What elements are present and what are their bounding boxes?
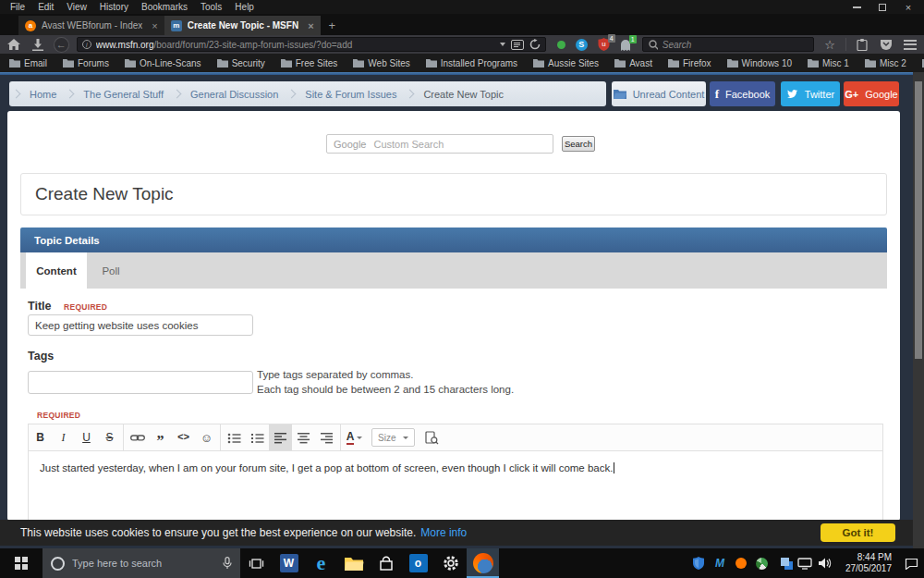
taskbar-search-box[interactable] xyxy=(43,548,240,578)
custom-search-field[interactable]: Google xyxy=(326,134,553,154)
new-tab-button[interactable]: + xyxy=(321,16,345,35)
action-center-button[interactable] xyxy=(904,556,918,571)
back-button[interactable]: ← xyxy=(54,37,69,53)
microphone-icon[interactable] xyxy=(223,557,232,570)
google-button[interactable]: G+ Google xyxy=(844,81,899,106)
malwarebytes-icon[interactable]: M xyxy=(712,556,727,571)
emoji-button[interactable]: ☺ xyxy=(195,424,218,450)
start-button[interactable] xyxy=(0,548,43,578)
breadcrumb-item[interactable]: Home xyxy=(15,89,68,100)
bookmark-folder[interactable]: Security xyxy=(217,58,265,68)
taskbar-outlook-button[interactable]: o xyxy=(402,548,434,578)
bookmarks-panel-button[interactable] xyxy=(854,36,870,53)
taskbar-word-button[interactable]: W xyxy=(273,548,305,578)
quote-button[interactable]: ” xyxy=(149,424,172,450)
align-right-button[interactable] xyxy=(315,424,338,450)
breadcrumb-item[interactable]: General Discussion xyxy=(176,89,290,100)
underline-button[interactable]: U xyxy=(75,424,98,450)
taskbar-edge-button[interactable]: e xyxy=(305,548,337,578)
menu-item[interactable]: History xyxy=(93,2,135,12)
menu-item[interactable]: Edit xyxy=(31,2,60,12)
url-dropdown-icon[interactable] xyxy=(500,43,505,46)
unread-content-button[interactable]: Unread Content xyxy=(612,81,706,106)
volume-icon[interactable] xyxy=(819,556,833,571)
more-info-link[interactable]: More info xyxy=(420,526,467,539)
browser-tab-create-topic[interactable]: m Create New Topic - MSFN × xyxy=(164,16,321,35)
bold-button[interactable]: B xyxy=(29,424,52,450)
menu-item[interactable]: Help xyxy=(228,2,261,12)
tab-content[interactable]: Content xyxy=(26,252,87,289)
avast-tray-icon[interactable] xyxy=(734,556,748,571)
security-shield-icon[interactable] xyxy=(691,556,706,571)
numbered-list-button[interactable] xyxy=(246,424,269,450)
strikethrough-button[interactable]: S xyxy=(98,424,121,450)
code-button[interactable]: <> xyxy=(172,424,195,450)
browser-search-input[interactable] xyxy=(663,40,808,50)
bookmark-folder[interactable]: Installed Programs xyxy=(426,58,517,68)
custom-search-input[interactable] xyxy=(373,139,546,150)
menu-button[interactable] xyxy=(902,36,918,53)
bookmark-folder[interactable]: Web Sites xyxy=(353,58,409,68)
taskbar-explorer-button[interactable] xyxy=(337,548,370,578)
bookmark-folder[interactable]: Windows 10 xyxy=(727,58,792,68)
bookmark-folder[interactable]: Avast xyxy=(614,58,652,68)
twitter-button[interactable]: Twitter xyxy=(781,81,840,106)
scrollbar-thumb[interactable] xyxy=(915,81,922,359)
bookmark-folder[interactable]: Misc 1 xyxy=(808,58,849,68)
skype-extension-icon[interactable]: S xyxy=(576,39,588,51)
browser-tab-avast[interactable]: a Avast WEBforum - Index × xyxy=(18,16,164,35)
align-left-button[interactable] xyxy=(269,424,292,450)
defender-icon[interactable] xyxy=(755,556,770,571)
close-window-button[interactable]: × xyxy=(902,1,915,14)
maximize-button[interactable] xyxy=(876,1,889,14)
url-bar[interactable]: i www.msfn.org/board/forum/23-site-amp-f… xyxy=(77,37,546,52)
task-view-button[interactable] xyxy=(240,548,273,578)
got-it-button[interactable]: Got it! xyxy=(821,523,895,542)
network-icon[interactable] xyxy=(797,556,812,571)
page-scrollbar[interactable] xyxy=(913,72,924,548)
menu-item[interactable]: Bookmarks xyxy=(135,2,194,12)
taskbar-clock[interactable]: 8:44 PM 27/05/2017 xyxy=(840,552,897,574)
browser-search-field[interactable] xyxy=(642,37,814,52)
reader-mode-icon[interactable] xyxy=(511,40,524,50)
font-size-dropdown[interactable]: Size xyxy=(371,428,415,447)
downloads-button[interactable] xyxy=(30,36,46,53)
minimize-button[interactable] xyxy=(850,1,863,14)
facebook-button[interactable]: f Facebook xyxy=(710,81,775,106)
tab-poll[interactable]: Poll xyxy=(87,252,135,289)
title-input[interactable] xyxy=(28,314,253,336)
taskbar-settings-button[interactable] xyxy=(434,548,467,578)
custom-search-button[interactable]: Search xyxy=(562,136,595,152)
sync-app-icon[interactable] xyxy=(776,556,791,571)
taskbar-search-input[interactable] xyxy=(72,558,215,569)
breadcrumb-item[interactable]: Create New Topic xyxy=(408,89,516,100)
bookmark-folder[interactable]: Aussie Sites xyxy=(533,58,599,68)
bullet-list-button[interactable] xyxy=(223,424,246,450)
tab-close-icon[interactable]: × xyxy=(304,20,313,31)
tab-close-icon[interactable]: × xyxy=(148,20,157,31)
pocket-button[interactable] xyxy=(878,36,894,53)
taskbar-firefox-button[interactable] xyxy=(467,548,499,578)
post-body-editor[interactable]: Just started yesterday, when I am on you… xyxy=(28,451,883,521)
italic-button[interactable]: I xyxy=(52,424,75,450)
bookmark-folder[interactable]: Forums xyxy=(63,58,109,68)
bookmark-folder[interactable]: On-Line-Scans xyxy=(125,58,201,68)
align-center-button[interactable] xyxy=(292,424,315,450)
tags-input[interactable] xyxy=(28,371,253,394)
ghostery-extension-icon[interactable]: 1 xyxy=(620,39,631,51)
extension-green-dot-icon[interactable] xyxy=(557,41,565,49)
bookmark-folder[interactable]: Firefox xyxy=(668,58,711,68)
preview-button[interactable] xyxy=(420,424,444,450)
bookmark-folder[interactable]: Email xyxy=(9,58,47,68)
reload-icon[interactable] xyxy=(529,39,541,50)
menu-item[interactable]: Tools xyxy=(194,2,228,12)
bookmark-folder[interactable]: Free Sites xyxy=(281,58,338,68)
font-color-button[interactable]: A xyxy=(343,424,366,450)
link-button[interactable] xyxy=(126,424,149,450)
menu-item[interactable]: File xyxy=(4,2,31,12)
bookmark-star-icon[interactable]: ☆ xyxy=(821,36,838,53)
site-info-icon[interactable]: i xyxy=(82,40,91,49)
menu-item[interactable]: View xyxy=(60,2,93,12)
bookmark-folder[interactable]: Misc 2 xyxy=(865,58,906,68)
breadcrumb-item[interactable]: The General Stuff xyxy=(68,89,176,100)
